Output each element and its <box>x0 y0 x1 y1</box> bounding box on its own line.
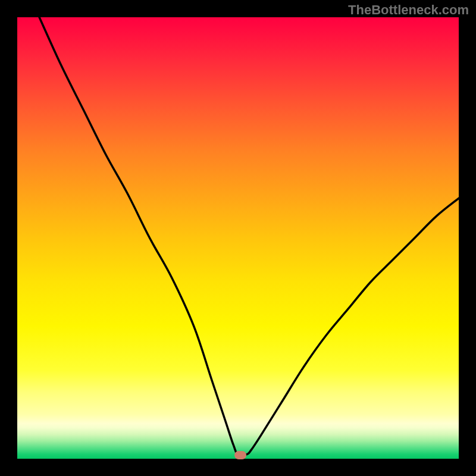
plot-area <box>17 17 459 459</box>
curve-layer <box>17 17 459 459</box>
chart-container: TheBottleneck.com <box>0 0 476 476</box>
optimal-marker <box>234 451 246 459</box>
bottleneck-curve <box>39 17 459 455</box>
attribution-label: TheBottleneck.com <box>348 2 469 18</box>
